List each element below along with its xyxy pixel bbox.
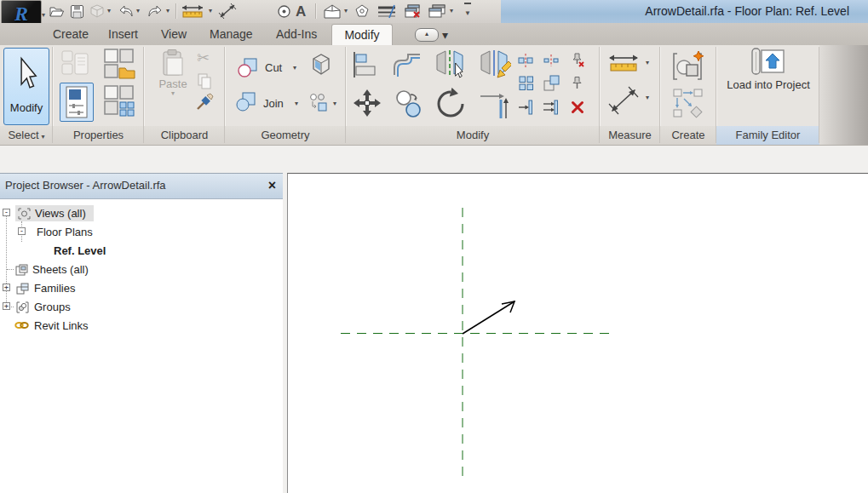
drawing-area[interactable]	[287, 173, 868, 493]
tree-item-sheets[interactable]: Sheets (all)	[0, 262, 281, 278]
collapse-icon[interactable]: -	[18, 227, 26, 235]
panel-select: Modify Select▾	[0, 45, 53, 145]
modify-tool-button[interactable]: Modify	[3, 48, 49, 125]
tab-create[interactable]: Create	[53, 23, 89, 45]
cut-dropdown-icon[interactable]: ▾	[293, 65, 296, 72]
trim-extend-multiple-icon[interactable]	[543, 100, 560, 115]
section-icon[interactable]	[354, 3, 370, 20]
families-icon	[16, 283, 29, 295]
undo-icon[interactable]	[117, 3, 135, 20]
redo-dropdown-icon[interactable]: ▾	[166, 3, 170, 20]
application-menu-dropdown-icon[interactable]: ▾	[42, 7, 45, 24]
tag-by-category-icon[interactable]	[277, 3, 291, 20]
scale-icon[interactable]	[543, 75, 560, 91]
project-browser-title-bar[interactable]: Project Browser - ArrowDetail.rfa ×	[0, 174, 283, 199]
close-hidden-windows-icon[interactable]	[404, 3, 423, 20]
pin-icon[interactable]	[570, 76, 584, 90]
panel-label-clipboard[interactable]: Clipboard	[144, 126, 225, 145]
tree-item-floor-plans[interactable]: - Floor Plans	[0, 225, 281, 240]
tree-item-ref-level[interactable]: Ref. Level	[0, 244, 281, 259]
load-into-project-button[interactable]: Load into Project	[723, 47, 813, 125]
panel-measure: ▾ ▾ Measure	[600, 45, 660, 145]
qat-separator	[315, 3, 316, 19]
aligned-dimension-tool-icon[interactable]	[608, 86, 639, 115]
save-icon[interactable]	[70, 3, 84, 20]
rotate-icon[interactable]	[434, 88, 468, 120]
aligned-dimension-dropdown-icon[interactable]: ▾	[646, 95, 649, 101]
join-label[interactable]: Join	[263, 97, 284, 110]
synchronize-dropdown-icon[interactable]: ▾	[107, 3, 111, 20]
panel-geometry: Cut ▾ Join ▾ ▾ Geometry	[225, 45, 346, 145]
measure-dropdown-icon[interactable]: ▾	[646, 60, 649, 66]
cut-geometry-icon[interactable]	[237, 57, 259, 79]
ribbon-filler	[819, 45, 868, 145]
tab-view[interactable]: View	[161, 23, 187, 45]
undo-dropdown-icon[interactable]: ▾	[136, 3, 140, 20]
tree-item-revit-links[interactable]: Revit Links	[0, 318, 281, 334]
trim-extend-corner-icon[interactable]	[479, 88, 513, 120]
close-icon[interactable]: ×	[268, 177, 276, 194]
switch-windows-dropdown-icon[interactable]: ▾	[450, 3, 453, 20]
customize-toolbar-icon[interactable]: ▼	[464, 3, 471, 22]
tab-manage[interactable]: Manage	[210, 23, 253, 45]
tab-add-ins[interactable]: Add-Ins	[276, 23, 317, 45]
align-icon[interactable]	[351, 50, 380, 79]
split-element-icon[interactable]	[518, 53, 533, 68]
split-with-gap-icon[interactable]	[543, 53, 559, 68]
collapse-icon[interactable]: -	[3, 209, 10, 216]
expand-icon[interactable]: +	[3, 284, 10, 291]
expand-icon[interactable]: +	[3, 302, 10, 310]
default-3d-view-icon[interactable]	[323, 3, 342, 20]
move-icon[interactable]	[351, 88, 383, 120]
paint-icon[interactable]	[308, 52, 334, 77]
paste-button: Paste ▾	[156, 49, 190, 97]
match-type-properties-icon[interactable]	[195, 93, 214, 112]
joins-options-icon[interactable]	[308, 93, 329, 113]
thin-lines-icon[interactable]	[377, 3, 397, 20]
panel-label-properties[interactable]: Properties	[53, 126, 144, 145]
family-category-icon[interactable]	[60, 49, 91, 79]
array-icon[interactable]	[519, 76, 534, 91]
copy-icon[interactable]	[394, 89, 424, 118]
unpin-icon[interactable]	[569, 52, 585, 68]
panel-label-modify[interactable]: Modify	[346, 126, 600, 145]
open-icon[interactable]	[49, 3, 65, 20]
ribbon-minimize-dropdown-icon[interactable]: ▾	[442, 24, 448, 46]
join-dropdown-icon[interactable]: ▾	[295, 100, 298, 107]
ribbon-minimize-button[interactable]: ▴	[415, 28, 439, 42]
switch-windows-icon[interactable]	[428, 3, 446, 20]
tree-item-groups[interactable]: + Groups	[0, 300, 281, 315]
tree-item-families[interactable]: + Families	[0, 281, 281, 296]
family-types-icon[interactable]	[102, 48, 136, 80]
mirror-draw-axis-icon[interactable]	[479, 49, 511, 81]
group-diagram-icon[interactable]	[672, 88, 704, 120]
component-icon[interactable]	[670, 49, 706, 84]
cope-icon[interactable]	[392, 52, 423, 77]
measure-tool-icon[interactable]	[607, 52, 640, 74]
trim-extend-single-icon[interactable]	[518, 100, 534, 115]
panel-label-family-editor[interactable]: Family Editor	[716, 126, 819, 145]
tab-modify-active[interactable]: Modify	[331, 24, 393, 46]
cut-label[interactable]: Cut	[265, 61, 282, 74]
delete-icon[interactable]	[571, 100, 584, 114]
mirror-pick-axis-icon[interactable]	[434, 49, 467, 81]
qat-separator	[175, 3, 176, 19]
text-icon[interactable]: A	[296, 3, 306, 20]
tab-insert[interactable]: Insert	[108, 23, 138, 45]
tree-item-views[interactable]: - Views (all)	[0, 206, 281, 221]
aligned-dimension-icon[interactable]	[218, 3, 237, 20]
properties-icon[interactable]	[60, 83, 94, 122]
redo-icon[interactable]	[147, 3, 164, 20]
type-properties-icon[interactable]	[102, 84, 136, 118]
panel-label-measure[interactable]: Measure	[600, 126, 660, 145]
measure-icon[interactable]	[181, 3, 204, 20]
load-into-project-label: Load into Project	[723, 78, 813, 92]
joins-dropdown-icon[interactable]: ▾	[333, 100, 336, 107]
join-geometry-icon[interactable]	[235, 91, 257, 113]
arrow-annotation[interactable]	[463, 301, 514, 334]
panel-label-select[interactable]: Select▾	[0, 126, 53, 145]
panel-label-create[interactable]: Create	[660, 126, 716, 145]
measure-dropdown-icon[interactable]: ▾	[209, 3, 212, 20]
panel-label-geometry[interactable]: Geometry	[225, 126, 346, 145]
default-3d-view-dropdown-icon[interactable]: ▾	[344, 3, 348, 20]
